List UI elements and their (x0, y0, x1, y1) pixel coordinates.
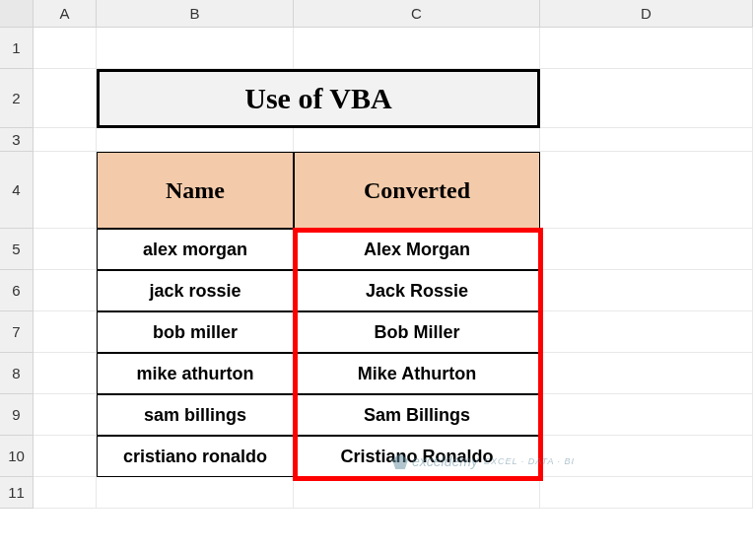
watermark-tagline: EXCEL · DATA · BI (484, 456, 575, 466)
cell-a1[interactable] (34, 28, 97, 69)
cell-a11[interactable] (34, 477, 97, 509)
cell-d5[interactable] (540, 229, 753, 270)
title-text: Use of VBA (244, 82, 391, 115)
cell-d8[interactable] (540, 353, 753, 394)
watermark-icon (392, 453, 408, 469)
cell-d6[interactable] (540, 270, 753, 311)
header-name[interactable]: Name (97, 152, 294, 229)
cell-name-1[interactable]: jack rossie (97, 270, 294, 311)
cell-a2[interactable] (34, 69, 97, 128)
spreadsheet-grid: A B C D 1 2 Use of VBA 3 4 Name Converte… (0, 0, 756, 509)
cell-name-0[interactable]: alex morgan (97, 229, 294, 270)
watermark-brand: exceldemy (412, 453, 478, 469)
col-header-b[interactable]: B (97, 0, 294, 28)
row-header-8[interactable]: 8 (0, 353, 34, 394)
row-header-2[interactable]: 2 (0, 69, 34, 128)
col-header-a[interactable]: A (34, 0, 97, 28)
cell-converted-0[interactable]: Alex Morgan (294, 229, 540, 270)
cell-name-4[interactable]: sam billings (97, 394, 294, 436)
header-converted[interactable]: Converted (294, 152, 540, 229)
cell-d3[interactable] (540, 128, 753, 152)
row-header-11[interactable]: 11 (0, 477, 34, 509)
cell-a4[interactable] (34, 152, 97, 229)
cell-b11[interactable] (97, 477, 294, 509)
cell-name-3[interactable]: mike athurton (97, 353, 294, 394)
row-header-7[interactable]: 7 (0, 311, 34, 353)
row-header-1[interactable]: 1 (0, 28, 34, 69)
cell-b1[interactable] (97, 28, 294, 69)
cell-a6[interactable] (34, 270, 97, 311)
cell-c3[interactable] (294, 128, 540, 152)
cell-converted-1[interactable]: Jack Rossie (294, 270, 540, 311)
cell-converted-2[interactable]: Bob Miller (294, 311, 540, 353)
cell-d1[interactable] (540, 28, 753, 69)
cell-d2[interactable] (540, 69, 753, 128)
cell-converted-3[interactable]: Mike Athurton (294, 353, 540, 394)
row-header-10[interactable]: 10 (0, 436, 34, 477)
row-header-4[interactable]: 4 (0, 152, 34, 229)
row-header-5[interactable]: 5 (0, 229, 34, 270)
cell-a9[interactable] (34, 394, 97, 436)
cell-b3[interactable] (97, 128, 294, 152)
cell-d4[interactable] (540, 152, 753, 229)
cell-d11[interactable] (540, 477, 753, 509)
cell-a10[interactable] (34, 436, 97, 477)
cell-name-2[interactable]: bob miller (97, 311, 294, 353)
row-header-6[interactable]: 6 (0, 270, 34, 311)
cell-a7[interactable] (34, 311, 97, 353)
watermark: exceldemy EXCEL · DATA · BI (392, 453, 575, 469)
cell-a3[interactable] (34, 128, 97, 152)
cell-a5[interactable] (34, 229, 97, 270)
select-all-corner[interactable] (0, 0, 34, 28)
title-cell[interactable]: Use of VBA (97, 69, 540, 128)
cell-c1[interactable] (294, 28, 540, 69)
cell-converted-4[interactable]: Sam Billings (294, 394, 540, 436)
cell-c11[interactable] (294, 477, 540, 509)
row-header-9[interactable]: 9 (0, 394, 34, 436)
row-header-3[interactable]: 3 (0, 128, 34, 152)
col-header-d[interactable]: D (540, 0, 753, 28)
cell-name-5[interactable]: cristiano ronaldo (97, 436, 294, 477)
cell-d9[interactable] (540, 394, 753, 436)
cell-d7[interactable] (540, 311, 753, 353)
cell-a8[interactable] (34, 353, 97, 394)
col-header-c[interactable]: C (294, 0, 540, 28)
